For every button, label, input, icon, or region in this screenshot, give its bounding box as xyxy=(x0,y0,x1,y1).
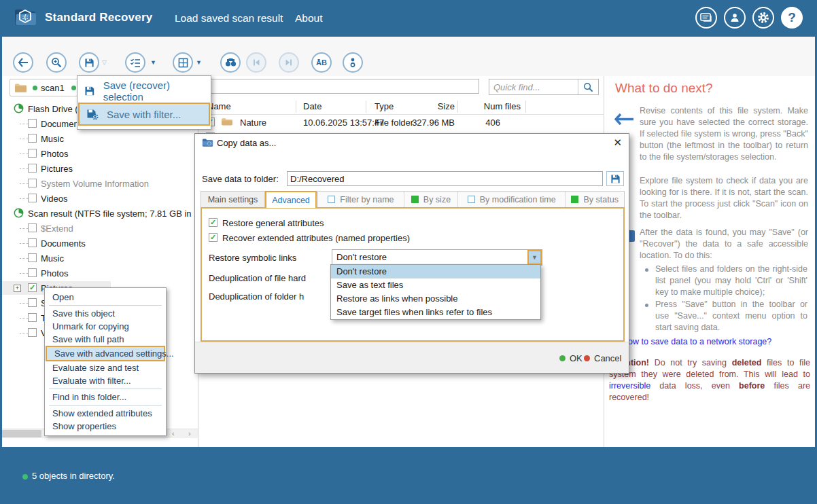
status-bar: 5 objects in directory. xyxy=(0,447,817,504)
file-row-nature[interactable]: ✓ Nature 10.06.2025 13:57:47 File folder… xyxy=(198,115,604,130)
context-item-find-in-this-folder[interactable]: Find in this folder... xyxy=(45,391,166,403)
scan-button[interactable] xyxy=(46,52,67,73)
svg-text::(:: :(: xyxy=(22,14,29,20)
tree-checkbox[interactable] xyxy=(28,149,37,158)
back-button[interactable] xyxy=(13,52,33,73)
save-folder-input[interactable] xyxy=(287,171,603,186)
context-item-show-properties[interactable]: Show properties xyxy=(45,420,166,433)
column-type[interactable]: Type xyxy=(375,101,394,111)
binoculars-icon xyxy=(225,58,237,67)
menu-separator xyxy=(49,405,162,406)
symbolic-links-combo[interactable]: Don't restore ▼ xyxy=(332,249,542,266)
tree-checkbox[interactable] xyxy=(28,179,37,187)
tree-node[interactable]: System Volume Information xyxy=(2,177,198,190)
filter-checkbox-on[interactable] xyxy=(571,196,578,203)
tree-node[interactable]: Music xyxy=(2,132,198,145)
recover-extended-label: Recover extended attributes (named prope… xyxy=(222,233,410,243)
sort-button[interactable] xyxy=(343,52,363,73)
tree-checkbox[interactable] xyxy=(28,134,37,143)
tab-main-settings[interactable]: Main settings xyxy=(201,191,265,208)
find-button[interactable] xyxy=(220,52,241,73)
tree-node-scan-result[interactable]: Scan result (NTFS file system; 7.81 GB i… xyxy=(2,206,198,220)
save-dropdown-button[interactable]: ▽ xyxy=(102,59,107,66)
tree-node[interactable]: Videos xyxy=(2,192,198,205)
dropdown-option-dont-restore[interactable]: Don't restore xyxy=(331,265,540,278)
tree-checkbox[interactable]: ✓ xyxy=(28,283,37,292)
dropdown-option-save-target-files[interactable]: Save target files when links refer to fi… xyxy=(331,306,540,319)
view-grid-dropdown-button[interactable]: ▼ xyxy=(196,59,202,66)
menu-item-save-recover-selection[interactable]: Save (recover) selection xyxy=(77,79,211,103)
tree-checkbox[interactable] xyxy=(28,194,37,202)
tree-checkbox[interactable] xyxy=(28,223,37,232)
settings-icon[interactable] xyxy=(752,7,774,29)
column-size[interactable]: Size xyxy=(413,101,455,111)
tab-advanced[interactable]: Advanced xyxy=(265,191,317,208)
menu-load-saved-scan[interactable]: Load saved scan result xyxy=(175,12,283,24)
tab-by-size[interactable]: By size xyxy=(404,192,458,207)
context-item-save-this-object[interactable]: Save this object xyxy=(45,307,166,320)
help-panel-heading: What to do next? xyxy=(615,81,713,96)
tree-checkbox[interactable] xyxy=(28,328,37,337)
warning-text: Attention! Do not try saving deleted fil… xyxy=(609,357,810,403)
tab-by-status[interactable]: By status xyxy=(566,192,624,207)
context-item-open[interactable]: Open xyxy=(45,291,166,304)
encoding-button[interactable]: ĀB xyxy=(311,52,332,73)
scrollbar-thumb[interactable] xyxy=(2,430,41,437)
context-item-evaluate-size-and-test[interactable]: Evaluate size and test xyxy=(45,361,166,374)
list-header: Name Date Type Size Num files xyxy=(198,98,604,115)
filter-checkbox[interactable] xyxy=(328,196,335,203)
expand-icon[interactable]: + xyxy=(14,285,21,292)
context-item-unmark-for-copying[interactable]: Unmark for copying xyxy=(45,320,166,333)
view-list-dropdown-button[interactable]: ▼ xyxy=(150,59,156,66)
close-icon[interactable]: ✕ xyxy=(613,137,622,149)
tree-node[interactable]: Documents xyxy=(2,236,198,250)
view-list-button[interactable] xyxy=(125,52,145,73)
menu-about[interactable]: About xyxy=(295,12,323,24)
recover-extended-checkbox[interactable]: ✓ xyxy=(209,233,218,242)
tree-node[interactable]: Photos xyxy=(2,147,198,160)
filter-checkbox-on[interactable] xyxy=(411,196,419,203)
help-icon[interactable]: ? xyxy=(781,7,803,29)
view-grid-button[interactable] xyxy=(173,52,193,73)
network-storage-link[interactable]: How to save data to a network storage? xyxy=(622,337,771,346)
tree-checkbox[interactable] xyxy=(28,119,37,128)
context-item-evaluate-with-filter[interactable]: Evaluate with filter... xyxy=(45,374,166,387)
scroll-left-icon[interactable]: ‹ xyxy=(172,429,175,437)
cancel-button[interactable]: Cancel xyxy=(584,353,621,363)
tree-checkbox[interactable] xyxy=(28,313,37,322)
dropdown-option-save-as-text[interactable]: Save as text files xyxy=(331,278,540,292)
tree-node[interactable]: $Extend xyxy=(2,221,198,235)
dropdown-option-restore-as-links[interactable]: Restore as links when possible xyxy=(331,292,540,306)
column-num-files[interactable]: Num files xyxy=(476,101,521,111)
tab-by-modification-time[interactable]: By modification time xyxy=(458,192,566,207)
tree-node[interactable]: Photos xyxy=(2,266,198,280)
scroll-right-icon[interactable]: › xyxy=(188,429,191,437)
quick-find-button[interactable] xyxy=(578,79,598,94)
browse-save-button[interactable] xyxy=(606,171,624,186)
tab-filter-by-name[interactable]: Filter by name xyxy=(318,192,404,207)
ok-button[interactable]: OK xyxy=(559,353,583,363)
messages-icon[interactable] xyxy=(695,7,717,29)
path-input[interactable] xyxy=(203,79,479,94)
filter-checkbox[interactable] xyxy=(468,196,475,203)
context-item-save-with-full-path[interactable]: Save with full path xyxy=(45,333,166,346)
tree-checkbox[interactable] xyxy=(28,268,37,277)
menu-item-save-with-filter[interactable]: Save with filter... xyxy=(78,103,210,126)
tree-checkbox[interactable] xyxy=(28,164,37,173)
tree-node[interactable]: Music xyxy=(2,251,198,265)
restore-attributes-checkbox[interactable]: ✓ xyxy=(209,218,218,227)
column-date[interactable]: Date xyxy=(303,101,321,111)
quick-find-input[interactable] xyxy=(489,79,578,94)
dots-icon xyxy=(349,57,357,68)
save-button[interactable] xyxy=(79,52,99,73)
tree-tab-scan1[interactable]: scan1 xyxy=(41,83,65,93)
tree-node[interactable]: Pictures xyxy=(2,162,198,175)
account-icon[interactable] xyxy=(724,7,746,29)
irreversible-link[interactable]: irreversible xyxy=(609,381,650,391)
combo-arrow-icon[interactable]: ▼ xyxy=(527,250,542,265)
context-item-save-with-advanced-settings[interactable]: Save with advanced settings... xyxy=(46,346,165,361)
context-item-show-extended-attributes[interactable]: Show extended attributes xyxy=(45,407,166,420)
tree-checkbox[interactable] xyxy=(28,298,37,307)
tree-checkbox[interactable] xyxy=(28,253,37,262)
tree-checkbox[interactable] xyxy=(28,238,37,247)
